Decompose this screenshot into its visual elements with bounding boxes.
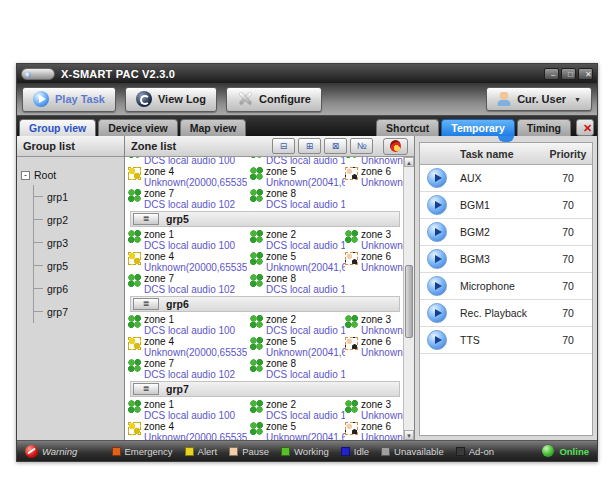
green-zone-icon [250, 422, 263, 435]
maximize-icon[interactable]: □ [561, 68, 576, 80]
zone-item[interactable]: zone 5 Unknown(20041,65535 [250, 251, 345, 273]
group-tree-item-grp2[interactable]: grp2 [34, 208, 120, 231]
zone-item[interactable]: zone 2 DCS local audio 101 [250, 314, 345, 336]
task-row[interactable]: BGM3 70 [420, 246, 592, 273]
zone-scrollbar[interactable]: ▲ ▼ [403, 157, 414, 440]
title-bar[interactable]: X-SMART PAC V2.3.0 –□✕ [17, 64, 597, 83]
scroll-up-icon[interactable]: ▲ [404, 157, 414, 167]
tab-device-view[interactable]: Device view [98, 119, 178, 136]
group-action-button[interactable]: ≣ [133, 383, 159, 395]
task-play-button[interactable] [427, 330, 447, 350]
zone-item[interactable]: zone 7 DCS local audio 102 [128, 358, 250, 380]
zone-item[interactable]: zone 8 DCS local audio 103 [250, 273, 345, 295]
zone-item[interactable]: zone 3 Unknown(20004,65535 [345, 229, 403, 251]
warning-icon [25, 445, 38, 458]
zone-item[interactable]: zone 6 Unknown(20042,65535 [345, 421, 403, 440]
zone-item[interactable]: zone 7 DCS local audio 102 [128, 188, 250, 210]
task-play-button[interactable] [427, 249, 447, 269]
zone-item[interactable]: zone 4 Unknown(20000,65535 [128, 166, 250, 188]
status-bar: Warning Emergency Alert Pause Working Id… [17, 440, 597, 461]
zone-item[interactable]: zone 8 DCS local audio 103 [250, 188, 345, 210]
zone-item[interactable]: zone 4 Unknown(20000,65535 [128, 251, 250, 273]
zone-item[interactable]: zone 6 Unknown(20042,65535 [345, 166, 403, 188]
zone-item[interactable]: zone 5 Unknown(20041,65535 [250, 166, 345, 188]
task-name: Microphone [454, 280, 544, 292]
zone-item[interactable]: zone 6 Unknown(20042,65535 [345, 336, 403, 358]
zone-item[interactable]: zone 3 Unknown(20004,65535 [345, 399, 403, 421]
group-tree-item-grp5[interactable]: grp5 [34, 254, 120, 277]
zone-item[interactable]: zone 1 DCS local audio 100 [128, 314, 250, 336]
zone-item[interactable]: zone 3 Unknown(20004,65535 [345, 157, 403, 166]
task-row[interactable]: AUX 70 [420, 165, 592, 192]
tab-map-view[interactable]: Map view [180, 119, 247, 136]
zone-group-header[interactable]: ≣ grp5 [130, 211, 400, 227]
task-row[interactable]: Microphone 70 [420, 273, 592, 300]
task-row[interactable]: Rec. Playback 70 [420, 300, 592, 327]
renumber-zones-icon[interactable]: № [350, 138, 373, 154]
tab-shortcut[interactable]: Shortcut [376, 119, 439, 136]
zone-item[interactable]: zone 8 DCS local audio 103 [250, 358, 345, 380]
task-play-button[interactable] [427, 303, 447, 323]
expand-tree-icon[interactable]: ⊟ [272, 138, 295, 154]
view-log-icon [136, 91, 152, 107]
group-tree-root[interactable]: - Root [21, 165, 120, 185]
zone-item[interactable]: zone 2 DCS local audio 101 [250, 157, 345, 166]
zone-name: zone 2 [266, 229, 345, 240]
zone-item[interactable]: zone 5 Unknown(20041,65535 [250, 421, 345, 440]
close-icon[interactable]: ✕ [578, 68, 593, 80]
zone-item[interactable]: zone 4 Unknown(20000,65535 [128, 336, 250, 358]
tree-expander-icon[interactable]: - [21, 171, 30, 180]
group-tree-item-grp7[interactable]: grp7 [34, 300, 120, 323]
status-color-swatch [341, 447, 350, 456]
configure-icon [237, 91, 253, 107]
zone-item[interactable]: zone 6 Unknown(20042,65535 [345, 251, 403, 273]
task-row[interactable]: TTS 70 [420, 327, 592, 354]
task-row[interactable]: BGM2 70 [420, 219, 592, 246]
scroll-down-icon[interactable]: ▼ [404, 430, 414, 440]
red-x-icon[interactable]: ✕ [576, 119, 594, 136]
task-priority: 70 [544, 253, 592, 265]
zone-group-header[interactable]: ≣ grp7 [130, 381, 400, 397]
zone-item[interactable]: zone 4 Unknown(20000,65535 [128, 421, 250, 440]
tab-temporary[interactable]: Temporary [441, 119, 515, 136]
tab-timing[interactable]: Timing [517, 119, 571, 136]
green-zone-icon [345, 315, 358, 328]
status-color-swatch [456, 447, 465, 456]
zone-item[interactable]: zone 2 DCS local audio 101 [250, 229, 345, 251]
task-play-button[interactable] [427, 168, 447, 188]
zone-item[interactable]: zone 2 DCS local audio 101 [250, 399, 345, 421]
play-task-button[interactable]: Play Task [22, 87, 116, 112]
zone-item[interactable]: zone 7 DCS local audio 102 [128, 273, 250, 295]
group-tree-item-grp6[interactable]: grp6 [34, 277, 120, 300]
zone-name: zone 1 [144, 229, 235, 240]
zone-detail: DCS local audio 103 [266, 369, 345, 380]
zone-item[interactable]: zone 3 Unknown(20004,65535 [345, 314, 403, 336]
zone-item[interactable]: zone 1 DCS local audio 100 [128, 157, 250, 166]
delete-zone-icon[interactable]: ⊠ [324, 138, 347, 154]
window-controls: –□✕ [544, 68, 593, 80]
zone-name: zone 4 [144, 421, 247, 432]
green-zone-icon [250, 167, 263, 180]
group-action-button[interactable]: ≣ [133, 298, 159, 310]
task-play-button[interactable] [427, 222, 447, 242]
task-play-button[interactable] [427, 195, 447, 215]
scroll-thumb[interactable] [405, 265, 413, 339]
task-row[interactable]: BGM1 70 [420, 192, 592, 219]
collapse-tree-icon[interactable]: ⊞ [298, 138, 321, 154]
task-play-button[interactable] [427, 276, 447, 296]
zone-group-header[interactable]: ≣ grp6 [130, 296, 400, 312]
group-action-button[interactable]: ≣ [133, 213, 159, 225]
group-tree-item-grp3[interactable]: grp3 [34, 231, 120, 254]
zone-grid: zone 1 DCS local audio 100 zone 2 DCS lo… [127, 228, 403, 295]
view-log-button[interactable]: View Log [125, 87, 217, 112]
minimize-icon[interactable]: – [544, 68, 559, 80]
group-tree-item-grp1[interactable]: grp1 [34, 185, 120, 208]
zone-item[interactable]: zone 1 DCS local audio 100 [128, 399, 250, 421]
zone-name: zone 7 [144, 273, 235, 284]
current-user-button[interactable]: Cur. User ▼ [486, 87, 592, 111]
zone-item[interactable]: zone 5 Unknown(20041,65535 [250, 336, 345, 358]
zone-item[interactable]: zone 1 DCS local audio 100 [128, 229, 250, 251]
alarm-button[interactable] [383, 138, 408, 155]
tab-group-view[interactable]: Group view [19, 119, 96, 136]
configure-button[interactable]: Configure [226, 87, 322, 112]
